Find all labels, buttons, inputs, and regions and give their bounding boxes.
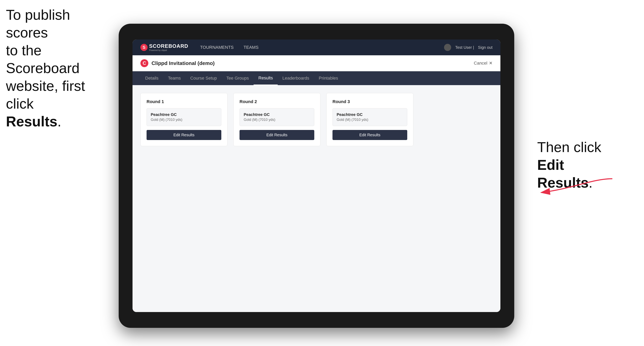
nav-right: Test User | Sign out: [444, 44, 492, 51]
logo-area: S SCOREBOARD Powered by clippd: [140, 43, 188, 51]
cancel-label: Cancel: [474, 61, 487, 66]
arrow-right: [537, 173, 616, 196]
tab-leaderboards-label: Leaderboards: [282, 76, 309, 81]
top-navigation: S SCOREBOARD Powered by clippd TOURNAMEN…: [132, 39, 500, 55]
round-2-edit-results-button[interactable]: Edit Results: [240, 130, 314, 140]
tab-course-setup-label: Course Setup: [190, 76, 217, 81]
nav-links: TOURNAMENTS TEAMS: [200, 43, 444, 51]
round-2-card: Round 2 Peachtree GC Gold (M) (7010 yds)…: [234, 93, 320, 146]
tab-teams[interactable]: Teams: [163, 71, 186, 85]
round-1-course-name: Peachtree GC: [151, 112, 217, 117]
nav-user-text: Test User |: [455, 45, 474, 50]
tab-details[interactable]: Details: [140, 71, 163, 85]
tab-details-label: Details: [145, 76, 158, 81]
round-2-course-details: Gold (M) (7010 yds): [244, 118, 310, 122]
nav-tournaments[interactable]: TOURNAMENTS: [200, 43, 234, 51]
tournament-header: C Clippd Invitational (demo) Cancel ✕: [132, 55, 500, 71]
sign-out-link[interactable]: Sign out: [478, 45, 492, 50]
tournament-logo-icon: C: [140, 59, 148, 67]
tournament-name: Clippd Invitational (demo): [152, 60, 214, 66]
round-3-card: Round 3 Peachtree GC Gold (M) (7010 yds)…: [326, 93, 414, 146]
tablet-device: S SCOREBOARD Powered by clippd TOURNAMEN…: [119, 24, 514, 328]
round-3-course-card: Peachtree GC Gold (M) (7010 yds): [332, 108, 407, 126]
round-1-title: Round 1: [146, 99, 221, 104]
instruction-left: To publish scores to the Scoreboard webs…: [6, 6, 89, 130]
logo-subtitle: Powered by clippd: [149, 49, 188, 51]
logo-brand-name: SCOREBOARD: [149, 43, 188, 49]
logo-icon: S: [140, 44, 148, 51]
tablet-screen: S SCOREBOARD Powered by clippd TOURNAMEN…: [132, 39, 500, 312]
main-content: Round 1 Peachtree GC Gold (M) (7010 yds)…: [132, 85, 500, 312]
instruction-line4-suffix: .: [57, 114, 61, 129]
tab-printables-label: Printables: [319, 76, 338, 81]
instruction-line4-prefix: click: [6, 96, 34, 112]
tab-printables[interactable]: Printables: [314, 71, 343, 85]
round-2-title: Round 2: [240, 99, 314, 104]
tab-tee-groups[interactable]: Tee Groups: [222, 71, 254, 85]
cancel-button[interactable]: Cancel ✕: [474, 61, 492, 66]
instruction-results-bold: Results: [6, 114, 57, 129]
rounds-grid: Round 1 Peachtree GC Gold (M) (7010 yds)…: [140, 93, 492, 146]
round-1-course-card: Peachtree GC Gold (M) (7010 yds): [146, 108, 221, 126]
instruction-line2: to the Scoreboard: [6, 42, 80, 76]
tab-course-setup[interactable]: Course Setup: [186, 71, 222, 85]
tab-teams-label: Teams: [168, 76, 181, 81]
tab-leaderboards[interactable]: Leaderboards: [278, 71, 314, 85]
round-1-edit-results-button[interactable]: Edit Results: [146, 130, 221, 140]
round-3-title: Round 3: [332, 99, 407, 104]
close-icon: ✕: [489, 61, 492, 66]
tab-bar: Details Teams Course Setup Tee Groups Re…: [132, 71, 500, 85]
logo-text-block: SCOREBOARD Powered by clippd: [149, 43, 188, 51]
tournament-title-row: C Clippd Invitational (demo): [140, 59, 214, 67]
tab-tee-groups-label: Tee Groups: [226, 76, 249, 81]
user-avatar-icon: [444, 44, 451, 51]
round-1-card: Round 1 Peachtree GC Gold (M) (7010 yds)…: [140, 93, 228, 146]
nav-teams[interactable]: TEAMS: [244, 43, 258, 51]
round-3-course-name: Peachtree GC: [337, 112, 403, 117]
round-1-course-details: Gold (M) (7010 yds): [151, 118, 217, 122]
round-3-course-details: Gold (M) (7010 yds): [337, 118, 403, 122]
round-3-edit-results-button[interactable]: Edit Results: [332, 130, 407, 140]
instruction-then-click: Then click: [537, 139, 601, 155]
round-2-course-name: Peachtree GC: [244, 112, 310, 117]
tab-results-label: Results: [258, 75, 273, 81]
instruction-line3: website, first: [6, 78, 85, 94]
instruction-line1: To publish scores: [6, 7, 70, 40]
tab-results[interactable]: Results: [254, 71, 278, 85]
round-2-course-card: Peachtree GC Gold (M) (7010 yds): [240, 108, 314, 126]
